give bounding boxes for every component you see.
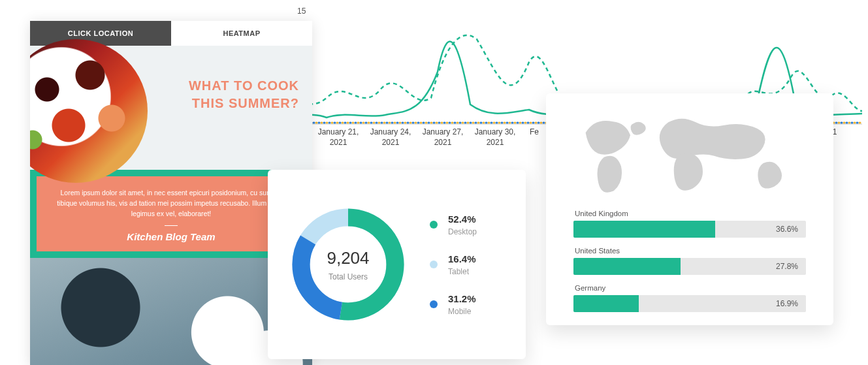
donut-chart: 9,204 Total Users xyxy=(286,202,410,326)
legend-dot xyxy=(430,261,438,268)
country-name: United States xyxy=(573,247,806,255)
legend-desktop-label: Desktop xyxy=(448,227,477,236)
y-tick-15: 15 xyxy=(297,7,306,16)
country-pct: 27.8% xyxy=(776,262,798,271)
legend-dot xyxy=(430,300,438,308)
donut-center: 9,204 Total Users xyxy=(286,202,410,326)
legend-item-desktop: 52.4% Desktop xyxy=(430,214,477,236)
country-bar: 16.9% xyxy=(573,295,806,312)
hero-headline: WHAT TO COOK THIS SUMMER? xyxy=(189,77,299,112)
country-bar: 27.8% xyxy=(573,258,806,275)
hero-food-image xyxy=(30,39,148,183)
tab-click-location[interactable]: CLICK LOCATION xyxy=(30,21,171,46)
tab-heatmap[interactable]: HEATMAP xyxy=(171,21,312,46)
x-tick: January 24, 2021 xyxy=(364,127,417,153)
country-pct: 36.6% xyxy=(776,225,798,234)
legend-tablet-pct: 16.4% xyxy=(448,253,476,264)
country-name: Germany xyxy=(573,284,806,292)
quote-text: Lorem ipsum dolor sit amet, in nec essen… xyxy=(51,188,291,219)
donut-legend: 52.4% Desktop 16.4% Tablet 31.2% Mobile xyxy=(430,214,477,316)
legend-tablet-label: Tablet xyxy=(448,267,476,276)
country-row-de: Germany 16.9% xyxy=(573,284,806,312)
legend-desktop-pct: 52.4% xyxy=(448,214,477,225)
legend-mobile-pct: 31.2% xyxy=(448,293,476,304)
country-name: United Kingdom xyxy=(573,210,806,217)
country-row-uk: United Kingdom 36.6% xyxy=(573,210,806,238)
total-users-label: Total Users xyxy=(329,272,368,281)
x-tick: January 30, 2021 xyxy=(469,127,521,153)
blog-hero: WHAT TO COOK THIS SUMMER? xyxy=(30,46,312,170)
legend-mobile-label: Mobile xyxy=(448,307,476,316)
legend-dot xyxy=(430,221,438,229)
country-pct: 16.9% xyxy=(776,299,798,308)
quote-divider xyxy=(165,225,178,226)
country-bar-fill xyxy=(573,221,715,238)
x-tick: Fe xyxy=(521,127,547,153)
total-users-value: 9,204 xyxy=(327,248,369,268)
geo-distribution-card: United Kingdom 36.6% United States 27.8%… xyxy=(546,93,833,325)
x-tick: January 27, 2021 xyxy=(417,127,469,153)
legend-item-tablet: 16.4% Tablet xyxy=(430,253,477,276)
country-bar-fill xyxy=(573,295,639,312)
legend-item-mobile: 31.2% Mobile xyxy=(430,293,477,316)
hero-headline-line1: WHAT TO COOK xyxy=(189,77,299,95)
hero-headline-line2: THIS SUMMER? xyxy=(189,95,299,112)
quote-attribution: Kitchen Blog Team xyxy=(51,231,291,242)
country-row-us: United States 27.8% xyxy=(573,247,806,275)
country-bar-list: United Kingdom 36.6% United States 27.8%… xyxy=(562,210,818,312)
device-donut-card: 9,204 Total Users 52.4% Desktop 16.4% Ta… xyxy=(268,170,526,359)
country-bar-fill xyxy=(573,258,681,275)
world-map xyxy=(562,105,818,203)
country-bar: 36.6% xyxy=(573,221,806,238)
x-tick: January 21, 2021 xyxy=(312,127,364,153)
